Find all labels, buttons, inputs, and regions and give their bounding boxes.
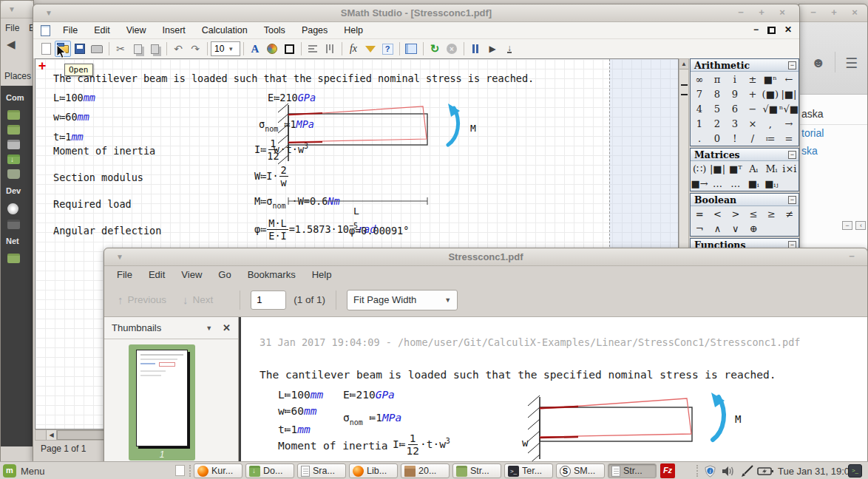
menu-edit[interactable]: Edit	[86, 23, 118, 38]
copy-button[interactable]	[129, 41, 146, 57]
palette-key[interactable]: …	[727, 176, 745, 191]
palette-key[interactable]: ■ᵀ	[727, 161, 745, 176]
thumbnails-dropdown[interactable]: Thumbnails	[112, 322, 161, 333]
hamburger-menu-icon[interactable]: ☰	[845, 55, 858, 72]
palette-key[interactable]: ∞	[691, 72, 708, 86]
palette-key[interactable]: =	[779, 131, 799, 146]
mdi-minimize-icon[interactable]: −	[753, 24, 759, 35]
cd-drive-icon[interactable]	[7, 203, 18, 214]
dropdown-icon[interactable]: ▼	[206, 325, 212, 332]
collapse-icon[interactable]: −	[788, 151, 796, 159]
collapse-icon[interactable]: −	[842, 221, 852, 230]
required-label[interactable]: Required load	[53, 198, 132, 210]
palette-key[interactable]: ≔	[762, 131, 779, 146]
minimize-icon[interactable]: −	[736, 7, 746, 18]
mdi-close-icon[interactable]: ✕	[784, 24, 792, 35]
collapse-icon[interactable]: −	[788, 196, 796, 204]
filter-button[interactable]	[362, 41, 379, 57]
taskbar-window-firefox-2[interactable]: Lib...	[349, 463, 398, 478]
filesystem-icon[interactable]	[7, 140, 20, 149]
menu-insert[interactable]: Insert	[155, 23, 194, 38]
chevron-left-icon[interactable]: ‹	[855, 221, 866, 230]
thumbnail-preview[interactable]	[136, 350, 188, 446]
palette-key[interactable]: |■|	[779, 86, 799, 101]
palette-key[interactable]: >	[727, 206, 745, 221]
palette-key[interactable]: i	[726, 72, 744, 86]
taskbar-window-downloads[interactable]: Do...	[245, 463, 294, 478]
back-icon[interactable]: ◀	[7, 38, 16, 51]
run-button[interactable]: ▶	[484, 41, 501, 57]
maximize-icon[interactable]: +	[829, 7, 839, 18]
palette-key[interactable]: →	[779, 116, 799, 131]
stop-button[interactable]: ×	[444, 41, 460, 57]
scroll-left-icon[interactable]: ◀	[47, 430, 57, 440]
volume-icon[interactable]	[722, 465, 736, 479]
pause-button[interactable]	[467, 41, 484, 57]
taskbar-window-smath[interactable]: SSM...	[556, 463, 605, 478]
palette-key[interactable]: ≥	[762, 206, 780, 221]
palette-key[interactable]: 7	[691, 86, 708, 101]
palette-key[interactable]: ■ᵢⱼ	[762, 176, 780, 191]
trash-icon[interactable]	[7, 169, 20, 179]
palette-key[interactable]: ,	[762, 116, 779, 131]
menu-help[interactable]: Help	[304, 267, 340, 282]
taskbar-window-firefox[interactable]: Kur...	[194, 463, 243, 478]
taskbar-window-package[interactable]: 20...	[401, 463, 450, 478]
palette-key[interactable]: ×	[744, 116, 762, 131]
paste-button[interactable]	[146, 41, 163, 57]
palette-key[interactable]: <	[708, 206, 726, 221]
collapse-icon[interactable]: −	[788, 61, 796, 69]
menu-file[interactable]: File	[109, 267, 140, 282]
palette-key[interactable]: (■)	[762, 86, 779, 101]
palette-key[interactable]: π	[708, 72, 726, 86]
network-folder-icon[interactable]	[7, 254, 20, 263]
palette-key[interactable]: =	[691, 206, 708, 221]
border-button[interactable]	[281, 41, 297, 57]
smiley-icon[interactable]: ☻	[811, 55, 826, 71]
palette-key[interactable]: ■ᵢ	[745, 176, 762, 191]
font-size-select[interactable]: ▾	[211, 41, 240, 56]
browser-link-fragment[interactable]: torial	[801, 127, 824, 139]
palette-key[interactable]: Aᵢ	[745, 161, 762, 176]
fm-places-dropdown[interactable]: Places	[4, 71, 31, 81]
maximize-icon[interactable]: +	[756, 7, 767, 18]
menu-file[interactable]: File	[55, 23, 86, 38]
angular-label[interactable]: Angular deflection	[53, 225, 161, 237]
downloads-folder-icon[interactable]	[7, 154, 20, 164]
hard-disk-icon[interactable]	[7, 220, 20, 229]
close-icon[interactable]: ×	[777, 7, 787, 18]
undo-button[interactable]: ↶	[170, 41, 186, 57]
smath-titlebar[interactable]: ▼ SMath Studio - [Stressconc1.pdf] − + ×	[33, 4, 799, 22]
save-button[interactable]	[72, 41, 88, 57]
print-button[interactable]	[89, 41, 105, 57]
intro-text[interactable]: The cantilever beam is loaded such that …	[53, 72, 534, 84]
previous-page-button[interactable]: ↑ Previous	[118, 293, 166, 306]
close-icon[interactable]: ×	[850, 7, 860, 18]
palette-key[interactable]: +	[744, 86, 762, 101]
align-horizontal-button[interactable]	[305, 41, 321, 57]
palette-key[interactable]: .	[691, 131, 708, 146]
new-button[interactable]	[38, 41, 54, 57]
palette-key[interactable]: ■→	[691, 176, 708, 191]
palette-key[interactable]: (∷)	[691, 161, 708, 176]
section-label[interactable]: Section modulus	[53, 171, 143, 183]
palette-key[interactable]: 2	[708, 116, 726, 131]
minimize-icon[interactable]: −	[808, 7, 818, 18]
palette-key[interactable]: ■ⁿ	[762, 72, 779, 86]
menu-bookmarks[interactable]: Bookmarks	[240, 267, 304, 282]
zoom-select[interactable]: Fit Page Width ▼	[347, 290, 458, 310]
palette-key[interactable]: ¬	[691, 221, 708, 236]
palette-key[interactable]: ∨	[727, 221, 745, 236]
palette-key[interactable]: /	[744, 131, 762, 146]
mint-menu-icon[interactable]: m	[3, 464, 16, 478]
thumbnail-page-1[interactable]: 1	[129, 344, 195, 461]
step-button[interactable]: ↓	[501, 41, 518, 57]
show-panels-button[interactable]	[403, 41, 419, 57]
menu-tools[interactable]: Tools	[256, 23, 294, 38]
menu-view[interactable]: View	[173, 267, 210, 282]
fm-menu-file[interactable]: File	[5, 23, 19, 33]
palette-key[interactable]: 5	[708, 101, 726, 116]
next-page-button[interactable]: ↓ Next	[183, 293, 213, 306]
palette-key[interactable]: 6	[726, 101, 744, 116]
palette-key[interactable]: 1	[691, 116, 708, 131]
